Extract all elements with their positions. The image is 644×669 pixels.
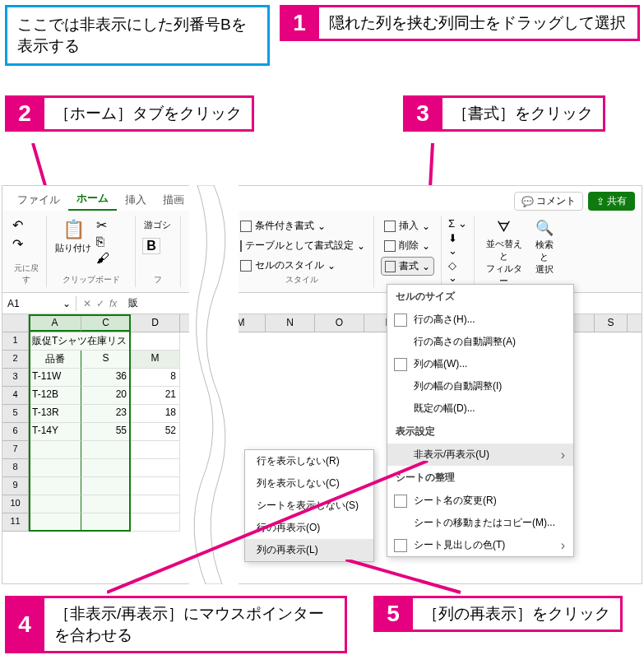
find-select-label: 検索と 選択 [531, 239, 557, 276]
column-header[interactable]: O [315, 314, 364, 332]
cut-icon[interactable]: ✂ [96, 217, 109, 233]
tab-file[interactable]: ファイル [9, 189, 68, 211]
group-font-label: フ [142, 274, 174, 286]
cell[interactable]: T-14Y [29, 423, 81, 441]
cell[interactable] [131, 441, 180, 459]
cell[interactable]: T-11W [29, 369, 81, 387]
formula-input[interactable]: 販 [123, 296, 138, 310]
default-width-item[interactable]: 既定の幅(D)... [387, 397, 573, 420]
cell[interactable]: 36 [81, 369, 131, 387]
enter-icon[interactable]: ✓ [96, 298, 104, 309]
col-width-label: 列の幅(W)... [414, 357, 467, 371]
cell-style-label: セルのスタイル [255, 258, 324, 272]
row-header[interactable]: 3 [2, 369, 29, 387]
insert-cells-button[interactable]: 挿入 ⌄ [381, 217, 434, 235]
row-header[interactable]: 9 [2, 477, 29, 495]
cell[interactable]: 52 [131, 423, 180, 441]
cell-styles-button[interactable]: セルのスタイル ⌄ [237, 257, 367, 274]
row-header[interactable]: 1 [2, 332, 29, 351]
col-width-item[interactable]: 列の幅(W)... [387, 353, 573, 375]
row-header[interactable]: 6 [2, 423, 29, 441]
tab-insert[interactable]: 挿入 [117, 189, 155, 211]
share-icon: ⇪ [596, 196, 605, 207]
row-header[interactable]: 4 [2, 387, 29, 405]
cell[interactable]: 8 [131, 369, 180, 387]
step-callout-2: 2 ［ホーム］タブをクリック [5, 95, 254, 132]
tab-home[interactable]: ホーム [68, 188, 117, 211]
delete-icon [384, 240, 396, 252]
row-header[interactable]: 5 [2, 405, 29, 423]
ribbon-tabs: ファイル ホーム 挿入 描画 ペー 💬 コメント ⇪ 共有 [2, 186, 642, 211]
group-styles-label: スタイル [237, 274, 367, 286]
step-number: 4 [5, 596, 44, 653]
row-header[interactable]: 2 [2, 351, 29, 369]
cell[interactable] [81, 441, 131, 459]
cell[interactable]: 20 [81, 387, 131, 405]
conditional-format-button[interactable]: 条件付き書式 ⌄ [237, 217, 367, 235]
cancel-icon[interactable]: ✕ [83, 298, 91, 309]
cell[interactable] [29, 441, 81, 459]
name-box[interactable]: A1⌄ [2, 296, 76, 311]
column-header-c[interactable]: C [81, 314, 131, 332]
cell[interactable] [29, 459, 81, 477]
cell[interactable]: T-12B [29, 387, 81, 405]
delete-cells-button[interactable]: 削除 ⌄ [381, 237, 434, 254]
column-header[interactable]: S [595, 314, 628, 332]
cell[interactable]: T-13R [29, 405, 81, 423]
fill-icon[interactable]: ⬇ ⌄ [448, 232, 467, 257]
cell-header[interactable]: 品番 [29, 351, 81, 369]
autofit-col-item[interactable]: 列の幅の自動調整(I) [387, 375, 573, 397]
cell[interactable] [29, 477, 81, 495]
cell-header[interactable]: M [131, 351, 180, 369]
sort-filter-button[interactable]: ᗊ 並べ替えと フィルター [481, 217, 526, 289]
insert-icon [384, 221, 396, 232]
cell[interactable] [29, 495, 81, 513]
clear-icon[interactable]: ◇ ⌄ [448, 259, 467, 284]
cell-header[interactable]: S [81, 351, 131, 369]
row-header[interactable]: 8 [2, 459, 29, 477]
cell[interactable] [29, 513, 81, 532]
redo-icon[interactable]: ↷ [12, 236, 23, 252]
autofit-col-label: 列の幅の自動調整(I) [414, 379, 502, 393]
find-select-button[interactable]: 🔍 検索と 選択 [530, 217, 558, 277]
share-button[interactable]: ⇪ 共有 [588, 192, 635, 211]
column-header[interactable]: N [266, 314, 315, 332]
bold-button[interactable]: B [142, 238, 160, 254]
chevron-down-icon: ⌄ [63, 298, 71, 309]
row-header[interactable]: 10 [2, 495, 29, 513]
row-height-item[interactable]: 行の高さ(H)... [387, 309, 573, 331]
cell[interactable]: 18 [131, 405, 180, 423]
comment-button[interactable]: 💬 コメント [514, 192, 583, 211]
select-all-corner[interactable] [2, 314, 29, 332]
step-callout-1: 1 隠れた列を挟む列同士をドラッグして選択 [280, 5, 640, 41]
font-name-selector[interactable]: 游ゴシ [142, 217, 174, 233]
format-painter-icon[interactable]: 🖌 [96, 251, 109, 266]
info-callout: ここでは非表示にした列番号Bを表示する [5, 5, 270, 66]
column-header-d[interactable]: D [131, 314, 180, 332]
row-header[interactable]: 7 [2, 441, 29, 459]
cell[interactable]: 23 [81, 405, 131, 423]
group-undo-label: 元に戻す [12, 262, 39, 286]
fx-icon[interactable]: fx [109, 298, 117, 309]
copy-icon[interactable]: ⎘ [96, 235, 109, 249]
cell-title[interactable]: 販促Tシャツ在庫リスト [29, 332, 131, 351]
table-format-button[interactable]: テーブルとして書式設定 ⌄ [237, 237, 367, 254]
autosum-icon[interactable]: Σ ⌄ [448, 217, 467, 230]
format-button[interactable]: 書式 ⌄ [381, 257, 434, 276]
format-icon [385, 261, 396, 272]
step-text: ［ホーム］タブをクリック [44, 95, 254, 132]
column-header-a[interactable]: A [29, 314, 81, 332]
cell[interactable] [131, 332, 180, 351]
pointer-line [345, 560, 469, 601]
step-number: 2 [5, 95, 44, 132]
undo-icon[interactable]: ↶ [12, 217, 23, 233]
row-header[interactable]: 11 [2, 513, 29, 532]
cell[interactable]: 21 [131, 387, 180, 405]
clipboard-icon: 📋 [63, 219, 85, 240]
step-callout-5: 5 ［列の再表示］をクリック [373, 596, 623, 632]
step-text: ［書式］をクリック [442, 95, 605, 132]
tab-draw[interactable]: 描画 [155, 189, 192, 211]
paste-button[interactable]: 📋 貼り付け [53, 217, 93, 256]
autofit-row-item[interactable]: 行の高さの自動調整(A) [387, 331, 573, 353]
cell[interactable]: 55 [81, 423, 131, 441]
